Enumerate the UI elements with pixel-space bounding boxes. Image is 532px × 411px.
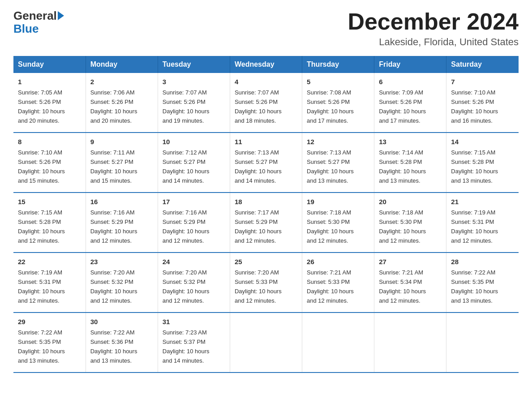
- day-info: Sunrise: 7:10 AMSunset: 5:26 PMDaylight:…: [18, 149, 65, 184]
- day-info: Sunrise: 7:15 AMSunset: 5:28 PMDaylight:…: [451, 149, 498, 184]
- calendar-cell: 26Sunrise: 7:21 AMSunset: 5:33 PMDayligh…: [302, 253, 374, 313]
- calendar-cell: 18Sunrise: 7:17 AMSunset: 5:29 PMDayligh…: [230, 193, 302, 253]
- day-info: Sunrise: 7:13 AMSunset: 5:27 PMDaylight:…: [235, 149, 282, 184]
- day-number: 27: [379, 257, 442, 267]
- day-number: 13: [379, 137, 442, 147]
- day-info: Sunrise: 7:21 AMSunset: 5:33 PMDaylight:…: [307, 269, 354, 304]
- calendar-header: Sunday Monday Tuesday Wednesday Thursday…: [13, 56, 519, 73]
- day-info: Sunrise: 7:20 AMSunset: 5:32 PMDaylight:…: [90, 269, 137, 304]
- day-number: 1: [18, 77, 81, 87]
- calendar-cell: 17Sunrise: 7:16 AMSunset: 5:29 PMDayligh…: [158, 193, 230, 253]
- day-number: 26: [307, 257, 369, 267]
- calendar-week-1: 1Sunrise: 7:05 AMSunset: 5:26 PMDaylight…: [13, 73, 519, 133]
- day-number: 11: [235, 137, 297, 147]
- calendar-cell: 16Sunrise: 7:16 AMSunset: 5:29 PMDayligh…: [86, 193, 158, 253]
- calendar-cell: 5Sunrise: 7:08 AMSunset: 5:26 PMDaylight…: [302, 73, 374, 133]
- month-title: December 2024: [348, 9, 519, 34]
- day-info: Sunrise: 7:18 AMSunset: 5:30 PMDaylight:…: [379, 209, 426, 244]
- day-info: Sunrise: 7:09 AMSunset: 5:26 PMDaylight:…: [379, 89, 426, 124]
- calendar-cell: 8Sunrise: 7:10 AMSunset: 5:26 PMDaylight…: [13, 133, 86, 193]
- col-monday: Monday: [86, 56, 158, 73]
- day-info: Sunrise: 7:08 AMSunset: 5:26 PMDaylight:…: [307, 89, 354, 124]
- header-row: Sunday Monday Tuesday Wednesday Thursday…: [13, 56, 519, 73]
- calendar-cell: 12Sunrise: 7:13 AMSunset: 5:27 PMDayligh…: [302, 133, 374, 193]
- calendar-cell: 9Sunrise: 7:11 AMSunset: 5:27 PMDaylight…: [86, 133, 158, 193]
- calendar-cell: 6Sunrise: 7:09 AMSunset: 5:26 PMDaylight…: [374, 73, 446, 133]
- calendar-cell: 25Sunrise: 7:20 AMSunset: 5:33 PMDayligh…: [230, 253, 302, 313]
- logo-arrow-icon: [58, 11, 64, 20]
- calendar-cell: 11Sunrise: 7:13 AMSunset: 5:27 PMDayligh…: [230, 133, 302, 193]
- day-info: Sunrise: 7:16 AMSunset: 5:29 PMDaylight:…: [90, 209, 137, 244]
- day-info: Sunrise: 7:07 AMSunset: 5:26 PMDaylight:…: [235, 89, 282, 124]
- day-info: Sunrise: 7:18 AMSunset: 5:30 PMDaylight:…: [307, 209, 354, 244]
- calendar-cell: 22Sunrise: 7:19 AMSunset: 5:31 PMDayligh…: [13, 253, 86, 313]
- calendar-cell: 10Sunrise: 7:12 AMSunset: 5:27 PMDayligh…: [158, 133, 230, 193]
- day-number: 3: [163, 77, 225, 87]
- day-number: 21: [451, 197, 514, 207]
- day-number: 29: [18, 317, 81, 327]
- calendar-table: Sunday Monday Tuesday Wednesday Thursday…: [13, 56, 519, 373]
- day-info: Sunrise: 7:15 AMSunset: 5:28 PMDaylight:…: [18, 209, 65, 244]
- col-saturday: Saturday: [446, 56, 519, 73]
- title-area: December 2024 Lakeside, Florida, United …: [348, 9, 519, 48]
- day-info: Sunrise: 7:16 AMSunset: 5:29 PMDaylight:…: [163, 209, 210, 244]
- calendar-week-2: 8Sunrise: 7:10 AMSunset: 5:26 PMDaylight…: [13, 133, 519, 193]
- calendar-cell: 15Sunrise: 7:15 AMSunset: 5:28 PMDayligh…: [13, 193, 86, 253]
- day-info: Sunrise: 7:10 AMSunset: 5:26 PMDaylight:…: [451, 89, 498, 124]
- day-number: 18: [235, 197, 297, 207]
- calendar-cell: 30Sunrise: 7:22 AMSunset: 5:36 PMDayligh…: [86, 313, 158, 372]
- calendar-week-5: 29Sunrise: 7:22 AMSunset: 5:35 PMDayligh…: [13, 313, 519, 372]
- calendar-cell: 23Sunrise: 7:20 AMSunset: 5:32 PMDayligh…: [86, 253, 158, 313]
- calendar-cell: 1Sunrise: 7:05 AMSunset: 5:26 PMDaylight…: [13, 73, 86, 133]
- day-info: Sunrise: 7:22 AMSunset: 5:36 PMDaylight:…: [90, 329, 137, 364]
- day-number: 16: [90, 197, 153, 207]
- day-info: Sunrise: 7:12 AMSunset: 5:27 PMDaylight:…: [163, 149, 210, 184]
- day-number: 31: [163, 317, 225, 327]
- day-number: 6: [379, 77, 442, 87]
- day-number: 22: [18, 257, 81, 267]
- calendar-cell: 2Sunrise: 7:06 AMSunset: 5:26 PMDaylight…: [86, 73, 158, 133]
- col-tuesday: Tuesday: [158, 56, 230, 73]
- day-number: 9: [90, 137, 153, 147]
- calendar-cell: 3Sunrise: 7:07 AMSunset: 5:26 PMDaylight…: [158, 73, 230, 133]
- day-info: Sunrise: 7:11 AMSunset: 5:27 PMDaylight:…: [90, 149, 137, 184]
- day-info: Sunrise: 7:20 AMSunset: 5:33 PMDaylight:…: [235, 269, 282, 304]
- day-info: Sunrise: 7:13 AMSunset: 5:27 PMDaylight:…: [307, 149, 354, 184]
- day-info: Sunrise: 7:22 AMSunset: 5:35 PMDaylight:…: [18, 329, 65, 364]
- calendar-cell: [230, 313, 302, 372]
- logo-blue-text: Blue: [13, 23, 39, 34]
- calendar-cell: 21Sunrise: 7:19 AMSunset: 5:31 PMDayligh…: [446, 193, 519, 253]
- day-info: Sunrise: 7:06 AMSunset: 5:26 PMDaylight:…: [90, 89, 137, 124]
- day-number: 14: [451, 137, 514, 147]
- calendar-cell: 29Sunrise: 7:22 AMSunset: 5:35 PMDayligh…: [13, 313, 86, 372]
- day-info: Sunrise: 7:22 AMSunset: 5:35 PMDaylight:…: [451, 269, 498, 304]
- day-number: 23: [90, 257, 153, 267]
- calendar-week-4: 22Sunrise: 7:19 AMSunset: 5:31 PMDayligh…: [13, 253, 519, 313]
- day-number: 4: [235, 77, 297, 87]
- day-number: 8: [18, 137, 81, 147]
- calendar-week-3: 15Sunrise: 7:15 AMSunset: 5:28 PMDayligh…: [13, 193, 519, 253]
- day-info: Sunrise: 7:21 AMSunset: 5:34 PMDaylight:…: [379, 269, 426, 304]
- day-number: 10: [163, 137, 225, 147]
- day-info: Sunrise: 7:07 AMSunset: 5:26 PMDaylight:…: [163, 89, 210, 124]
- calendar-cell: 19Sunrise: 7:18 AMSunset: 5:30 PMDayligh…: [302, 193, 374, 253]
- day-number: 7: [451, 77, 514, 87]
- day-info: Sunrise: 7:20 AMSunset: 5:32 PMDaylight:…: [163, 269, 210, 304]
- location-subtitle: Lakeside, Florida, United States: [348, 36, 519, 48]
- calendar-cell: 28Sunrise: 7:22 AMSunset: 5:35 PMDayligh…: [446, 253, 519, 313]
- day-info: Sunrise: 7:23 AMSunset: 5:37 PMDaylight:…: [163, 329, 210, 364]
- calendar-cell: 20Sunrise: 7:18 AMSunset: 5:30 PMDayligh…: [374, 193, 446, 253]
- day-number: 17: [163, 197, 225, 207]
- calendar-cell: 31Sunrise: 7:23 AMSunset: 5:37 PMDayligh…: [158, 313, 230, 372]
- col-wednesday: Wednesday: [230, 56, 302, 73]
- day-info: Sunrise: 7:05 AMSunset: 5:26 PMDaylight:…: [18, 89, 65, 124]
- calendar-cell: 14Sunrise: 7:15 AMSunset: 5:28 PMDayligh…: [446, 133, 519, 193]
- day-number: 25: [235, 257, 297, 267]
- day-info: Sunrise: 7:17 AMSunset: 5:29 PMDaylight:…: [235, 209, 282, 244]
- calendar-cell: 24Sunrise: 7:20 AMSunset: 5:32 PMDayligh…: [158, 253, 230, 313]
- col-thursday: Thursday: [302, 56, 374, 73]
- day-info: Sunrise: 7:19 AMSunset: 5:31 PMDaylight:…: [18, 269, 65, 304]
- day-number: 28: [451, 257, 514, 267]
- day-number: 15: [18, 197, 81, 207]
- day-number: 19: [307, 197, 369, 207]
